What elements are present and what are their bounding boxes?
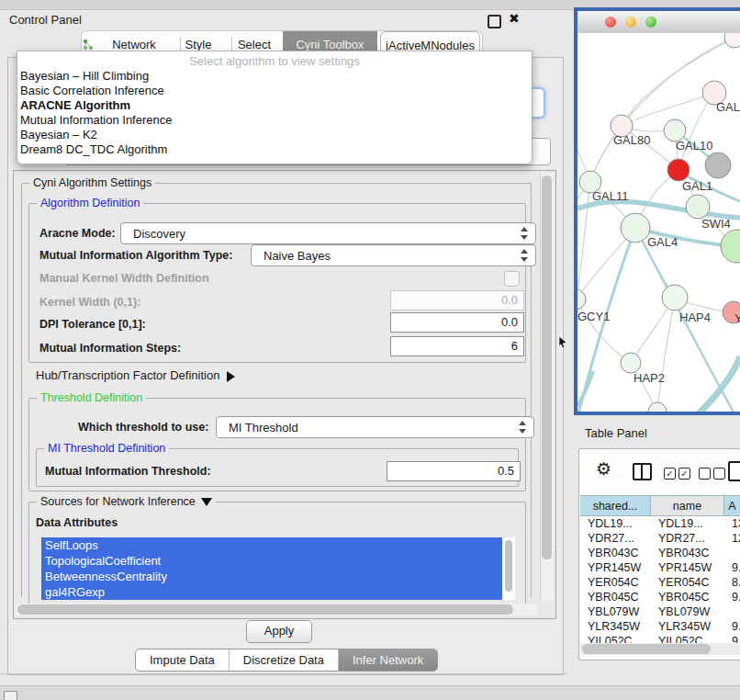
mi-threshold-field[interactable]: 0.5 — [387, 461, 521, 481]
combo-arrows-icon — [521, 249, 529, 262]
table-cell: 13 — [724, 516, 740, 531]
table-cell: 9. — [724, 560, 740, 575]
node-label: GAL — [716, 100, 740, 114]
table-cell: YDR27... — [651, 531, 724, 546]
table-cell: YLR345W — [651, 619, 724, 634]
checked-checkbox-icon[interactable]: ✓ — [678, 468, 690, 480]
combo-arrows-icon — [519, 421, 527, 434]
settings-vertical-scrollbar[interactable] — [540, 173, 554, 601]
data-attributes-list[interactable]: SelfLoopsTopologicalCoefficientBetweenne… — [41, 537, 515, 600]
document-icon[interactable] — [728, 461, 740, 481]
algorithm-dropdown-popup: Select algorithm to view settings Bayesi… — [17, 51, 533, 164]
bottom-tab-impute-data[interactable]: Impute Data — [136, 649, 230, 671]
control-panel-title: Control Panel — [9, 13, 82, 27]
table-toolbar: ⚙ ✓ ✓ — [579, 449, 740, 492]
gear-icon[interactable]: ⚙ — [596, 460, 611, 479]
column-header-shared[interactable]: shared... — [580, 495, 651, 516]
panel-bottom-edge — [0, 673, 567, 674]
network-node-gal4[interactable] — [621, 213, 650, 243]
aracne-mode-combo[interactable]: Discovery — [120, 222, 536, 244]
mac-close-icon[interactable] — [605, 17, 616, 28]
table-cell: YBR045C — [651, 590, 724, 604]
network-canvas[interactable]: GALGAL80GAL10GAL1GAL11SWI4GAL4GCY1HAP4YH… — [577, 33, 740, 412]
network-nodes[interactable]: GALGAL80GAL10GAL1GAL11SWI4GAL4GCY1HAP4YH… — [577, 33, 740, 412]
apply-button[interactable]: Apply — [246, 620, 312, 643]
mi-type-combo[interactable]: Naive Bayes — [251, 244, 536, 266]
table-cell: YLR345W — [580, 619, 651, 634]
column-header-a[interactable]: A — [724, 495, 740, 516]
table-horizontal-scrollbar[interactable] — [580, 643, 740, 655]
table-row[interactable]: YPR145WYPR145W9. — [580, 560, 740, 575]
mi-threshold-label: Mutual Information Threshold: — [45, 465, 211, 478]
mac-minimize-icon[interactable] — [625, 17, 636, 28]
mi-steps-field[interactable]: 6 — [390, 336, 524, 356]
network-node-hap2[interactable] — [621, 353, 641, 373]
mi-threshold-definition-title: MI Threshold Definition — [44, 442, 169, 455]
mac-zoom-icon[interactable] — [645, 17, 656, 28]
bottom-tab-discretize-data[interactable]: Discretize Data — [230, 649, 339, 671]
which-threshold-combo[interactable]: MI Threshold — [216, 416, 534, 438]
checked-checkbox-icon[interactable]: ✓ — [664, 468, 676, 480]
table-row[interactable]: YBL079WYBL079W — [580, 604, 740, 619]
attribute-item[interactable]: gal4RGexp — [41, 584, 502, 600]
dropdown-item[interactable]: Bayesian – Hill Climbing — [17, 69, 532, 84]
attribute-item[interactable]: BetweennessCentrality — [41, 569, 502, 584]
network-node-gal1[interactable] — [667, 159, 690, 181]
manual-kernel-label: Manual Kernel Width Definition — [39, 272, 209, 285]
dpi-tolerance-field[interactable]: 0.0 — [390, 312, 524, 333]
network-window-titlebar[interactable] — [577, 11, 740, 34]
unchecked-checkbox-icon[interactable] — [713, 468, 725, 480]
table-panel-window: ⚙ ✓ ✓ shared...nameA YDL19...YDL19...13Y… — [578, 448, 740, 660]
attribute-item[interactable]: SelfLoops — [41, 537, 502, 553]
table-row[interactable]: YER054CYER054C8. — [580, 575, 740, 590]
dropdown-item[interactable]: ARACNE Algorithm — [17, 98, 532, 113]
node-label: GAL11 — [592, 189, 629, 203]
table-row[interactable]: YLR345WYLR345W9. — [580, 619, 740, 634]
close-panel-icon[interactable]: ✖ — [509, 11, 520, 26]
table-row[interactable]: YDR27...YDR27...12 — [580, 531, 740, 546]
network-node-swi4[interactable] — [686, 195, 710, 219]
screen: { "control_panel": { "title": "Control P… — [0, 0, 740, 700]
threshold-definition-title: Threshold Definition — [37, 391, 146, 404]
network-node[interactable] — [724, 33, 740, 48]
bottom-tab-infer-network[interactable]: Infer Network — [339, 649, 437, 671]
dropdown-item[interactable]: Mutual Information Inference — [17, 113, 532, 128]
table-cell — [724, 546, 740, 560]
manual-kernel-checkbox[interactable] — [504, 271, 520, 287]
settings-horizontal-scrollbar[interactable] — [16, 604, 537, 615]
attribute-item[interactable]: TopologicalCoefficient — [41, 553, 502, 569]
dropdown-item[interactable]: Bayesian – K2 — [17, 128, 532, 142]
table-cell: 9. — [724, 590, 740, 604]
network-node[interactable] — [648, 402, 667, 412]
hub-definition-expander[interactable]: Hub/Transcription Factor Definition — [36, 368, 235, 382]
attributes-list-scrollbar[interactable] — [505, 540, 512, 592]
panel-dock-icon[interactable] — [4, 691, 17, 700]
network-node-hap4[interactable] — [662, 285, 688, 310]
table-row[interactable]: YDL19...YDL19...13 — [580, 516, 740, 531]
column-header-name[interactable]: name — [651, 495, 724, 516]
unchecked-checkbox-icon[interactable] — [699, 468, 711, 480]
dropdown-item[interactable]: Basic Correlation Inference — [17, 84, 532, 98]
network-node-gcy1[interactable] — [577, 289, 586, 310]
expand-down-icon — [201, 498, 212, 506]
mi-type-value: Naive Bayes — [263, 249, 331, 263]
dpi-tolerance-label: DPI Tolerance [0,1]: — [39, 318, 146, 331]
table-row[interactable]: YBR043CYBR043C — [580, 546, 740, 560]
kernel-width-field[interactable]: 0.0 — [390, 290, 524, 310]
table-row[interactable]: YBR045CYBR045C9. — [580, 590, 740, 604]
node-label: GAL4 — [647, 235, 678, 249]
float-panel-icon[interactable] — [488, 15, 501, 28]
network-node[interactable] — [705, 152, 731, 178]
table-cell: YER054C — [580, 575, 651, 590]
status-bar — [0, 685, 740, 700]
control-panel-titlebar: Control Panel ✖ — [0, 10, 569, 30]
split-view-icon[interactable] — [633, 463, 652, 480]
dropdown-item[interactable]: Dream8 DC_TDC Algorithm — [17, 142, 532, 157]
table-cell: YPR145W — [651, 560, 724, 575]
aracne-mode-value: Discovery — [133, 227, 185, 241]
table-cell: YBL079W — [651, 604, 724, 619]
table-cell: YBR045C — [580, 590, 651, 604]
mouse-cursor — [558, 336, 569, 349]
node-label: GAL1 — [682, 179, 712, 193]
node-label: GCY1 — [577, 310, 610, 323]
